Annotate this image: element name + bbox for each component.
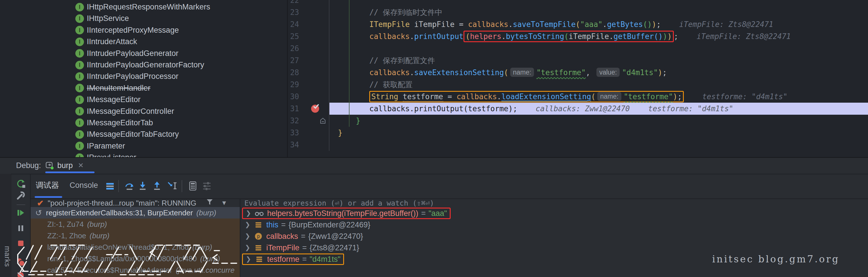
tree-item[interactable]: IIMessageEditorTab [0,117,287,129]
editor-gutter[interactable]: 26 [288,43,329,54]
code-line-text[interactable]: } [329,127,868,139]
stack-frame-row[interactable]: ↺registerExtenderCallbacks:31, BurpExten… [31,207,240,219]
code-line-text[interactable] [329,139,868,151]
editor-gutter[interactable]: 30 [288,91,329,103]
rerun-icon[interactable] [16,179,26,190]
line-number[interactable]: 30 [288,91,299,103]
line-number[interactable]: 22 [288,0,299,6]
line-number[interactable]: 33 [288,127,299,139]
variable-row[interactable]: ❯pcallbacks={Zww1@22470} [240,230,868,242]
view-breakpoints-icon[interactable] [16,257,26,268]
equals-sign: = [421,209,426,218]
variable-row[interactable]: ❯iTempFile={Zts8@22471} [240,242,868,253]
variable-row[interactable]: ❯helpers.bytesToString(iTempFile.getBuff… [240,207,868,219]
sliders-icon[interactable] [202,181,212,192]
tree-item[interactable]: IIHttpService [0,13,287,24]
editor-gutter[interactable]: 24 [288,18,329,30]
tree-item[interactable]: IIProxyListener [0,152,287,157]
line-number[interactable]: 26 [288,43,299,54]
code-line-text[interactable]: // 获取配置 [329,79,868,91]
mute-breakpoints-icon[interactable] [16,272,26,277]
code-line-text[interactable] [329,43,868,54]
tree-item[interactable]: IIMessageEditorTabFactory [0,129,287,140]
line-number[interactable]: 23 [288,6,299,18]
chevron-right-icon[interactable]: ❯ [246,255,251,263]
editor-gutter[interactable]: 23 [288,6,329,18]
line-number[interactable]: 24 [288,18,299,30]
chevron-down-icon[interactable]: ▼ [221,199,227,207]
tree-item[interactable]: IIIntruderAttack [0,36,287,48]
tree-item[interactable]: IIMessageEditorController [0,106,287,117]
line-number[interactable]: 27 [288,54,299,66]
code-line-text[interactable]: // 保存到临时文件中 [329,6,868,18]
tree-item[interactable]: IIMenuItemHandler [0,82,287,94]
line-number[interactable]: 31 [288,103,299,115]
code-line-text[interactable]: callbacks.printOutput(helpers.bytesToStr… [329,30,868,43]
variable-row[interactable]: ❯this={BurpExtender@22469} [240,219,868,230]
tree-item[interactable]: IIIntruderPayloadGenerator [0,48,287,59]
inline-debugger-hint: callbacks: Zww1@22470 [536,104,630,113]
step-over-icon[interactable] [124,181,135,192]
line-number[interactable]: 29 [288,79,299,91]
code-line-text[interactable]: ITempFile iTempFile = callbacks.saveToTe… [329,18,868,30]
stack-frame-row[interactable]: run:-1, Zhod$$Lambda/0x0000000800dcf480(… [31,253,240,265]
bookmarks-stripe-button[interactable]: marks [3,246,11,267]
tree-item[interactable]: IIInterceptedProxyMessage [0,24,287,36]
evaluate-expression-input[interactable]: Evaluate expression (⏎) or add a watch (… [240,199,868,207]
tree-item[interactable]: IIIntruderPayloadGeneratorFactory [0,59,287,71]
editor-gutter[interactable]: 29 [288,79,329,91]
chevron-right-icon[interactable]: ❯ [245,221,250,228]
step-out-icon[interactable] [152,181,162,192]
breakpoint-icon[interactable] [311,105,319,113]
stack-frame-row[interactable]: ZZ:-1, Zhoe(burp) [31,230,240,242]
run-to-cursor-icon[interactable] [167,181,178,192]
step-into-icon[interactable] [137,181,148,192]
line-number[interactable]: 28 [288,66,299,79]
tree-item[interactable]: IIIntruderPayloadProcessor [0,71,287,82]
editor-gutter[interactable]: 34 [288,139,329,151]
fold-end-marker-icon[interactable] [320,117,326,125]
code-line-text[interactable] [329,0,868,6]
tree-item[interactable]: IIHttpRequestResponseWithMarkers [0,1,287,12]
resume-icon[interactable] [16,207,26,219]
chevron-right-icon[interactable]: ❯ [245,244,250,251]
line-number[interactable]: 34 [288,139,299,151]
thread-selector[interactable]: ✔ "pool-project-thread...roup "main": RU… [31,199,240,207]
funnel-filter-icon[interactable] [206,199,213,208]
code-line-text[interactable]: // 保存到配置文件 [329,54,868,66]
structure-tree[interactable]: IIHttpRequestResponseIIHttpRequestRespon… [0,0,288,157]
editor-gutter[interactable]: 25 [288,30,329,43]
stack-frame-row[interactable]: call:572, Executors$RunnableAdapter(java… [31,265,240,276]
chevron-right-icon[interactable]: ❯ [246,210,251,217]
wrench-icon[interactable] [16,190,26,201]
editor-gutter[interactable]: 27 [288,54,329,66]
code-line-text[interactable]: callbacks.saveExtensionSetting(name:"tes… [329,66,868,79]
layout-icon[interactable] [104,181,116,192]
pause-icon[interactable] [16,223,26,234]
code-token: iTempFile [569,32,609,41]
line-number[interactable]: 32 [288,115,299,127]
editor-gutter[interactable]: 31 [288,103,329,115]
tab-console[interactable]: Console [70,174,98,197]
evaluate-expression-icon[interactable] [187,181,198,192]
code-line-text[interactable]: } [329,115,868,127]
editor-gutter[interactable]: 33 [288,127,329,139]
chevron-right-icon[interactable]: ❯ [245,232,250,240]
stop-icon[interactable] [16,238,26,249]
close-icon[interactable]: ✕ [78,161,84,169]
editor-lines: 2223 // 保存到临时文件中24 ITempFile iTempFile =… [288,0,868,151]
stack-frame-row[interactable]: ZI:-1, Zu74(burp) [31,219,240,230]
tree-item[interactable]: IIMessageEditor [0,94,287,106]
code-editor[interactable]: 2223 // 保存到临时文件中24 ITempFile iTempFile =… [288,0,868,157]
editor-gutter[interactable]: 32 [288,115,329,127]
tree-item[interactable]: IIParameter [0,140,287,152]
code-line-text[interactable]: callbacks.printOutput(testforme);callbac… [329,103,868,115]
editor-gutter[interactable]: 22 [288,0,329,6]
editor-gutter[interactable]: 28 [288,66,329,79]
tab-debugger[interactable]: 调试器 [36,174,59,197]
line-number[interactable]: 25 [288,30,299,43]
code-token: . [609,32,614,41]
stack-frame-row[interactable]: lambda$initialiseOnNewThread$0:-1, Zhod(… [31,242,240,253]
code-line-text[interactable]: String testforme = callbacks.loadExtensi… [329,91,868,103]
debug-session-tab[interactable]: burp ✕ [45,158,84,173]
